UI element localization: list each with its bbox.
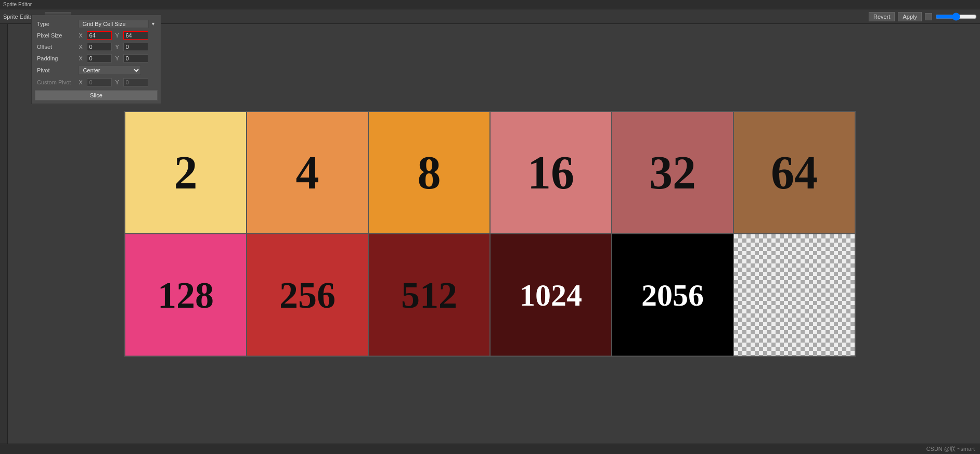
status-bar: CSDN @联 ~smart bbox=[0, 444, 980, 454]
sprite-cell-10: 2056 bbox=[612, 234, 733, 356]
sprite-grid: 24816326412825651210242056 bbox=[124, 111, 856, 357]
pixel-size-y-label: Y bbox=[115, 32, 120, 39]
sprite-number-0: 2 bbox=[174, 149, 198, 196]
pivot-select[interactable]: Center bbox=[79, 66, 141, 75]
padding-x-label: X bbox=[79, 55, 84, 61]
sprite-number-10: 2056 bbox=[641, 280, 704, 311]
offset-label: Offset bbox=[35, 41, 76, 53]
type-value: Grid By Cell Size bbox=[79, 20, 149, 28]
sprite-number-1: 4 bbox=[296, 149, 319, 196]
type-label: Type bbox=[35, 18, 76, 30]
pixel-size-group: X Y bbox=[79, 31, 156, 40]
title-bar-text: Sprite Editor bbox=[3, 2, 32, 7]
sprite-number-2: 8 bbox=[418, 149, 441, 196]
padding-group: X Y bbox=[79, 54, 156, 62]
zoom-icon bbox=[925, 13, 932, 20]
offset-x-input[interactable] bbox=[87, 43, 112, 51]
sprite-number-8: 512 bbox=[401, 276, 457, 314]
offset-y-input[interactable] bbox=[123, 43, 148, 51]
apply-button[interactable]: Apply bbox=[898, 12, 922, 21]
sprite-cell-11 bbox=[733, 234, 855, 356]
sprite-cell-1: 4 bbox=[247, 111, 368, 234]
pixel-size-label: Pixel Size bbox=[35, 30, 76, 41]
type-select-wrapper: Grid By Cell Size ▼ bbox=[79, 20, 156, 28]
custom-pivot-x-input[interactable] bbox=[87, 78, 112, 86]
sprite-cell-7: 256 bbox=[247, 234, 368, 356]
revert-button[interactable]: Revert bbox=[869, 12, 895, 21]
custom-pivot-y-label: Y bbox=[115, 79, 120, 85]
offset-group: X Y bbox=[79, 43, 156, 51]
sprite-cell-3: 16 bbox=[490, 111, 612, 234]
sprite-number-6: 128 bbox=[158, 276, 214, 314]
sprite-cell-9: 1024 bbox=[490, 234, 612, 356]
pixel-size-x-input[interactable] bbox=[87, 31, 112, 40]
custom-pivot-x-label: X bbox=[79, 79, 84, 85]
sprite-number-3: 16 bbox=[527, 149, 574, 196]
sprite-cell-6: 128 bbox=[125, 234, 247, 356]
zoom-slider[interactable] bbox=[935, 12, 977, 21]
sprite-cell-5: 64 bbox=[733, 111, 855, 234]
slice-panel: Type Grid By Cell Size ▼ Pixel Size X Y … bbox=[31, 15, 161, 104]
offset-x-label: X bbox=[79, 44, 84, 50]
custom-pivot-label: Custom Pivot bbox=[35, 77, 76, 88]
sprite-cell-8: 512 bbox=[368, 234, 490, 356]
title-bar: Sprite Editor bbox=[0, 0, 980, 9]
pixel-size-y-input[interactable] bbox=[123, 31, 148, 40]
sprite-number-9: 1024 bbox=[520, 280, 582, 311]
pivot-label: Pivot bbox=[35, 64, 76, 77]
sprite-number-5: 64 bbox=[771, 149, 818, 196]
padding-y-input[interactable] bbox=[123, 54, 148, 62]
custom-pivot-y-input[interactable] bbox=[123, 78, 148, 86]
pixel-size-x-label: X bbox=[79, 32, 84, 39]
custom-pivot-group: X Y bbox=[79, 78, 156, 86]
padding-label: Padding bbox=[35, 53, 76, 64]
sprite-number-7: 256 bbox=[279, 276, 336, 314]
sprite-cell-2: 8 bbox=[368, 111, 490, 234]
slice-button[interactable]: Slice bbox=[35, 90, 158, 100]
padding-x-input[interactable] bbox=[87, 54, 112, 62]
status-credit: CSDN @联 ~smart bbox=[926, 445, 975, 453]
sprite-cell-0: 2 bbox=[125, 111, 247, 234]
type-dropdown-arrow[interactable]: ▼ bbox=[151, 21, 156, 27]
sprite-number-4: 32 bbox=[649, 149, 696, 196]
offset-y-label: Y bbox=[115, 44, 120, 50]
padding-y-label: Y bbox=[115, 55, 120, 61]
toolbar-right: Revert Apply bbox=[869, 12, 977, 21]
sprite-cell-4: 32 bbox=[612, 111, 733, 234]
